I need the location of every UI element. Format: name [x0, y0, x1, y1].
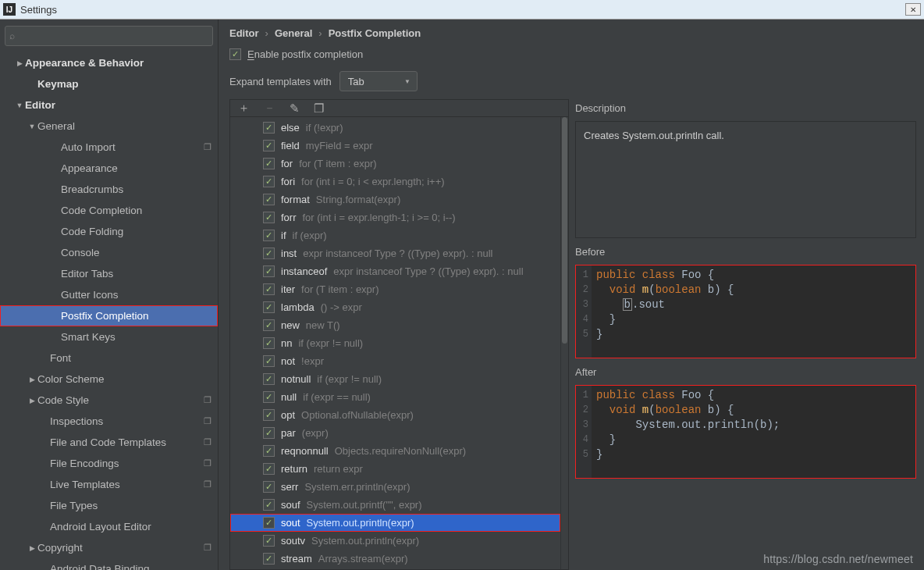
template-row-soutv[interactable]: ✓soutvSystem.out.println(expr)	[230, 532, 560, 550]
sidebar-item-editor[interactable]: ▼Editor	[0, 94, 218, 116]
sidebar-item-label: Breadcrumbs	[61, 183, 123, 195]
template-checkbox[interactable]: ✓	[263, 481, 275, 493]
template-checkbox[interactable]: ✓	[263, 517, 275, 529]
template-row-field[interactable]: ✓fieldmyField = expr	[230, 137, 560, 155]
copy-template-icon[interactable]: ❐	[314, 102, 324, 116]
sidebar-item-postfix-completion[interactable]: Postfix Completion	[0, 305, 218, 326]
template-checkbox[interactable]: ✓	[263, 427, 275, 439]
template-checkbox[interactable]: ✓	[263, 355, 275, 367]
template-checkbox[interactable]: ✓	[263, 445, 275, 457]
remove-template-icon[interactable]: －	[264, 101, 275, 116]
template-row-lambda[interactable]: ✓lambda() -> expr	[230, 298, 560, 316]
template-row-iter[interactable]: ✓iterfor (T item : expr)	[230, 280, 560, 298]
template-row-stream[interactable]: ✓streamArrays.stream(expr)	[230, 550, 560, 568]
sidebar-item-appearance-behavior[interactable]: ▶Appearance & Behavior	[0, 52, 218, 73]
sidebar-item-gutter-icons[interactable]: Gutter Icons	[0, 284, 218, 305]
template-row-for[interactable]: ✓forfor (T item : expr)	[230, 155, 560, 173]
template-checkbox[interactable]: ✓	[263, 301, 275, 313]
close-icon[interactable]: ✕	[905, 3, 921, 16]
template-row-forr[interactable]: ✓forrfor (int i = expr.length-1; i >= 0;…	[230, 208, 560, 226]
template-row-inst[interactable]: ✓instexpr instanceof Type ? ((Type) expr…	[230, 244, 560, 262]
template-row-if[interactable]: ✓ifif (expr)	[230, 226, 560, 244]
template-checkbox[interactable]: ✓	[263, 158, 275, 169]
sidebar-item-file-types[interactable]: File Types	[0, 495, 218, 516]
settings-tree[interactable]: ▶Appearance & BehaviorKeymap▼Editor▼Gene…	[0, 52, 218, 570]
template-checkbox[interactable]: ✓	[263, 499, 275, 511]
template-desc: myField = expr	[306, 140, 373, 151]
template-checkbox[interactable]: ✓	[263, 176, 275, 187]
edit-template-icon[interactable]: ✎	[290, 102, 300, 116]
template-row-reqnonnull[interactable]: ✓reqnonnullObjects.requireNonNull(expr)	[230, 442, 560, 460]
template-checkbox[interactable]: ✓	[263, 409, 275, 421]
sidebar-item-live-templates[interactable]: Live Templates❐	[0, 474, 218, 495]
enable-postfix-checkbox[interactable]: ✓	[229, 48, 241, 60]
template-checkbox[interactable]: ✓	[263, 122, 275, 134]
template-checkbox[interactable]: ✓	[263, 230, 275, 241]
crumb-general[interactable]: General	[275, 27, 312, 39]
settings-search-input[interactable]	[5, 26, 213, 46]
sidebar-item-appearance[interactable]: Appearance	[0, 158, 218, 179]
template-checkbox[interactable]: ✓	[263, 337, 275, 349]
sidebar-item-auto-import[interactable]: Auto Import❐	[0, 137, 218, 158]
template-desc: String.format(expr)	[316, 194, 400, 205]
expand-label: Expand templates with	[229, 76, 332, 87]
sidebar-item-code-style[interactable]: ▶Code Style❐	[0, 390, 218, 411]
template-checkbox[interactable]: ✓	[263, 265, 275, 277]
sidebar-item-label: File Types	[50, 500, 98, 511]
titlebar: IJ Settings ✕	[0, 0, 924, 20]
template-checkbox[interactable]: ✓	[263, 319, 275, 331]
sidebar-item-editor-tabs[interactable]: Editor Tabs	[0, 263, 218, 284]
template-checkbox[interactable]: ✓	[263, 248, 275, 259]
template-checkbox[interactable]: ✓	[263, 391, 275, 403]
sidebar-item-code-folding[interactable]: Code Folding	[0, 221, 218, 242]
add-template-icon[interactable]: ＋	[238, 101, 250, 116]
sidebar-item-label: Editor Tabs	[61, 268, 113, 280]
template-scrollbar[interactable]	[560, 117, 568, 569]
template-row-null[interactable]: ✓nullif (expr == null)	[230, 388, 560, 406]
crumb-editor[interactable]: Editor	[229, 27, 259, 39]
template-row-opt[interactable]: ✓optOptional.ofNullable(expr)	[230, 406, 560, 424]
sidebar-item-keymap[interactable]: Keymap	[0, 73, 218, 94]
sidebar-item-color-scheme[interactable]: ▶Color Scheme	[0, 369, 218, 390]
template-row-souf[interactable]: ✓soufSystem.out.printf("", expr)	[230, 496, 560, 514]
sidebar-item-breadcrumbs[interactable]: Breadcrumbs	[0, 179, 218, 200]
template-row-instanceof[interactable]: ✓instanceofexpr instanceof Type ? ((Type…	[230, 262, 560, 280]
template-row-serr[interactable]: ✓serrSystem.err.println(expr)	[230, 478, 560, 496]
sidebar-item-label: Live Templates	[50, 479, 120, 490]
template-row-sout[interactable]: ✓soutSystem.out.println(expr)	[230, 514, 560, 532]
template-checkbox[interactable]: ✓	[263, 535, 275, 547]
expand-key-value: Tab	[348, 76, 364, 87]
sidebar-item-label: Auto Import	[61, 141, 116, 153]
template-row-else[interactable]: ✓elseif (!expr)	[230, 119, 560, 137]
template-row-format[interactable]: ✓formatString.format(expr)	[230, 191, 560, 208]
sidebar-item-code-completion[interactable]: Code Completion	[0, 200, 218, 221]
template-row-new[interactable]: ✓newnew T()	[230, 316, 560, 334]
template-row-not[interactable]: ✓not!expr	[230, 352, 560, 370]
sidebar-item-android-layout-editor[interactable]: Android Layout Editor	[0, 516, 218, 537]
template-row-fori[interactable]: ✓forifor (int i = 0; i < expr.length; i+…	[230, 173, 560, 191]
sidebar-item-smart-keys[interactable]: Smart Keys	[0, 326, 218, 347]
template-row-nn[interactable]: ✓nnif (expr != null)	[230, 334, 560, 352]
sidebar-item-copyright[interactable]: ▶Copyright❐	[0, 537, 218, 558]
template-row-notnull[interactable]: ✓notnullif (expr != null)	[230, 370, 560, 388]
template-checkbox[interactable]: ✓	[263, 463, 275, 475]
template-name: lambda	[281, 301, 315, 313]
template-checkbox[interactable]: ✓	[263, 283, 275, 295]
template-checkbox[interactable]: ✓	[263, 373, 275, 385]
template-checkbox[interactable]: ✓	[263, 212, 275, 223]
template-list[interactable]: ✓elseif (!expr)✓fieldmyField = expr✓forf…	[230, 117, 560, 569]
sidebar-item-font[interactable]: Font	[0, 347, 218, 369]
template-checkbox[interactable]: ✓	[263, 553, 275, 565]
sidebar-item-console[interactable]: Console	[0, 242, 218, 263]
sidebar-item-file-encodings[interactable]: File Encodings❐	[0, 453, 218, 474]
sidebar-item-file-and-code-templates[interactable]: File and Code Templates❐	[0, 432, 218, 453]
template-checkbox[interactable]: ✓	[263, 194, 275, 205]
sidebar-item-inspections[interactable]: Inspections❐	[0, 411, 218, 432]
scope-icon: ❐	[204, 479, 211, 490]
template-row-par[interactable]: ✓par(expr)	[230, 424, 560, 442]
sidebar-item-android-data-binding[interactable]: Android Data Binding	[0, 558, 218, 570]
template-checkbox[interactable]: ✓	[263, 140, 275, 151]
sidebar-item-general[interactable]: ▼General	[0, 116, 218, 137]
expand-key-select[interactable]: Tab	[339, 71, 418, 91]
template-row-return[interactable]: ✓returnreturn expr	[230, 460, 560, 478]
